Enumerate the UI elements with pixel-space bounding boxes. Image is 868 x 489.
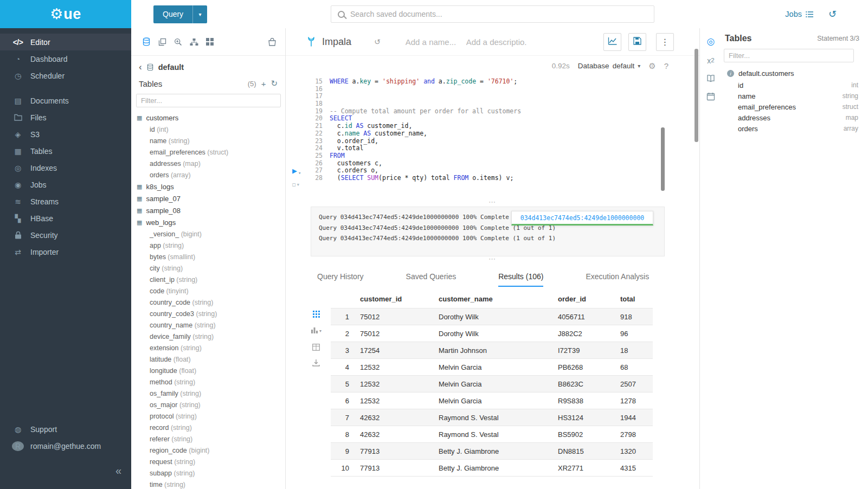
assist-column-name[interactable]: name (string) (137, 135, 285, 146)
sidebar-item-scheduler[interactable]: ◷Scheduler (0, 67, 131, 84)
database-selector[interactable]: Database default ▾ (578, 62, 640, 70)
assist-column-time[interactable]: time (string) (137, 479, 285, 489)
right-column-name[interactable]: namestring (722, 91, 868, 101)
resize-grip-top[interactable]: ⋯ (286, 200, 699, 207)
engine-name[interactable]: Impala (322, 36, 351, 48)
explain-button[interactable]: ◻▾ (292, 181, 300, 188)
sidebar-item-editor[interactable]: </>Editor (0, 34, 131, 50)
code-line[interactable]: 26 customers c, (311, 160, 521, 168)
assist-column-country-code3[interactable]: country_code3 (string) (137, 308, 285, 319)
assist-column-code[interactable]: code (tinyint) (137, 285, 285, 297)
chart-view-icon[interactable]: ▾ (311, 326, 322, 336)
sidebar-item-hbase[interactable]: ▚HBase (0, 210, 131, 227)
code-line[interactable]: 25FROM (311, 152, 521, 160)
column-header-total[interactable]: total (615, 292, 653, 308)
assist-column-app[interactable]: app (string) (137, 240, 285, 251)
code-line[interactable]: 28 (SELECT SUM(price * qty) total FROM o… (311, 175, 521, 182)
code-line[interactable]: 15WHERE a.key = 'shipping' and a.zip_cod… (311, 78, 521, 86)
assist-table-web-logs[interactable]: ▦web_logs (137, 216, 285, 228)
resize-grip-bottom[interactable]: ⋯ (286, 256, 699, 263)
sidebar-item-s3[interactable]: ◈S3 (0, 126, 131, 143)
active-table-name[interactable]: default.customers (738, 69, 794, 78)
assist-column-country-name[interactable]: country_name (string) (137, 319, 285, 331)
active-table[interactable]: i default.customers (722, 62, 868, 78)
assist-column-addresses[interactable]: addresses (map) (137, 158, 285, 169)
sidebar-item-importer[interactable]: ⇄Importer (0, 243, 131, 260)
table-row[interactable]: 842632Raymond S. VestalBS59022798 (331, 426, 653, 443)
table-row[interactable]: 317254Martin JohnsonI72T3918 (331, 342, 653, 359)
history-icon[interactable]: ↺ (828, 0, 837, 28)
code-line[interactable]: 20SELECT (311, 115, 521, 123)
table-row[interactable]: 412532Melvin GarciaPB626868 (331, 359, 653, 376)
columns-view-icon[interactable] (312, 344, 320, 351)
tab-query-history[interactable]: Query History (317, 272, 364, 287)
right-column-email-preferences[interactable]: email_preferencesstruct (722, 101, 868, 112)
sidebar-item-files[interactable]: Files (0, 109, 131, 126)
code-line[interactable]: 27 c.orders o, (311, 167, 521, 175)
settings-gear-icon[interactable]: ⚙ (648, 61, 655, 71)
assist-collections-icon[interactable] (268, 38, 277, 46)
code-line[interactable]: 16 (311, 86, 521, 93)
assist-column-referer[interactable]: referer (string) (137, 433, 285, 445)
table-row[interactable]: 512532Melvin GarciaB8623C2507 (331, 376, 653, 393)
code-line[interactable]: 18 (311, 100, 521, 108)
assist-column-client-ip[interactable]: client_ip (string) (137, 274, 285, 285)
assist-column-device-family[interactable]: device_family (string) (137, 331, 285, 342)
code-line[interactable]: 19-- Compute total amount per order for … (311, 108, 521, 115)
sidebar-item-dashboard[interactable]: ◔Dashboard (0, 50, 131, 67)
right-filter-input[interactable] (724, 49, 854, 62)
assist-database-icon[interactable] (142, 37, 151, 46)
column-header-customer-name[interactable]: customer_name (433, 292, 552, 308)
sidebar-item-support[interactable]: ◍Support (0, 421, 131, 437)
table-row[interactable]: 175012Dorothy Wilk4056711918 (331, 308, 653, 325)
assist-column-version[interactable]: _version_ (bigint) (137, 228, 285, 240)
assist-column-record[interactable]: record (string) (137, 422, 285, 433)
language-reference-icon[interactable] (706, 74, 715, 83)
assist-column-extension[interactable]: extension (string) (137, 342, 285, 353)
right-column-addresses[interactable]: addressesmap (722, 112, 868, 123)
chart-button[interactable] (603, 33, 621, 51)
grid-view-icon[interactable] (313, 311, 320, 318)
search-input[interactable] (350, 10, 654, 18)
new-query-button[interactable]: Query ▾ (153, 5, 207, 23)
main-scrollbar[interactable] (695, 49, 698, 142)
code-line[interactable]: 17 (311, 93, 521, 100)
sidebar-collapse-button[interactable]: « (115, 465, 121, 477)
table-row[interactable]: 1077913Betty J. GiambroneXR27714315 (331, 460, 653, 477)
column-header-customer-id[interactable]: customer_id (355, 292, 433, 308)
sidebar-item-jobs[interactable]: ◉Jobs (0, 176, 131, 193)
sidebar-item-romain-gethue-com[interactable]: Rromain@gethue.com (0, 437, 131, 454)
assist-column-longitude[interactable]: longitude (float) (137, 365, 285, 376)
assist-column-email-preferences[interactable]: email_preferences (struct) (137, 146, 285, 158)
assist-column-id[interactable]: id (int) (137, 124, 285, 135)
refresh-tables-icon[interactable]: ↻ (271, 79, 278, 88)
assist-filter-input[interactable] (136, 94, 281, 107)
assist-table-sample-08[interactable]: ▦sample_08 (137, 204, 285, 216)
assist-table-k8s-logs[interactable]: ▦k8s_logs (137, 181, 285, 192)
tab-execution-analysis[interactable]: Execution Analysis (586, 272, 649, 287)
query-button-label[interactable]: Query (153, 5, 192, 23)
download-icon[interactable] (312, 359, 320, 366)
assist-column-orders[interactable]: orders (array) (137, 169, 285, 181)
editor-scrollbar[interactable] (661, 127, 665, 191)
sidebar-item-indexes[interactable]: ◎Indexes (0, 159, 131, 176)
assist-table-sample-07[interactable]: ▦sample_07 (137, 192, 285, 204)
assist-column-region-code[interactable]: region_code (bigint) (137, 445, 285, 456)
right-column-orders[interactable]: ordersarray (722, 123, 868, 134)
assist-column-request[interactable]: request (string) (137, 456, 285, 467)
sidebar-item-streams[interactable]: ≋Streams (0, 193, 131, 210)
assist-column-latitude[interactable]: latitude (float) (137, 353, 285, 365)
query-name-input[interactable] (406, 37, 459, 47)
assist-column-os-family[interactable]: os_family (string) (137, 388, 285, 399)
assist-apps-icon[interactable] (206, 38, 214, 46)
assist-column-os-major[interactable]: os_major (string) (137, 399, 285, 410)
code-line[interactable]: 23 o.order_id, (311, 138, 521, 145)
table-row[interactable]: 612532Melvin GarciaR9S8381278 (331, 393, 653, 409)
query-button-caret-icon[interactable]: ▾ (192, 5, 207, 23)
sidebar-item-tables[interactable]: ▦Tables (0, 143, 131, 159)
more-actions-button[interactable]: ⋮ (656, 33, 674, 51)
assist-column-subapp[interactable]: subapp (string) (137, 467, 285, 479)
code-line[interactable]: 24 v.total (311, 145, 521, 152)
assist-column-city[interactable]: city (string) (137, 262, 285, 274)
code-editor[interactable]: 15WHERE a.key = 'shipping' and a.zip_cod… (286, 76, 699, 200)
